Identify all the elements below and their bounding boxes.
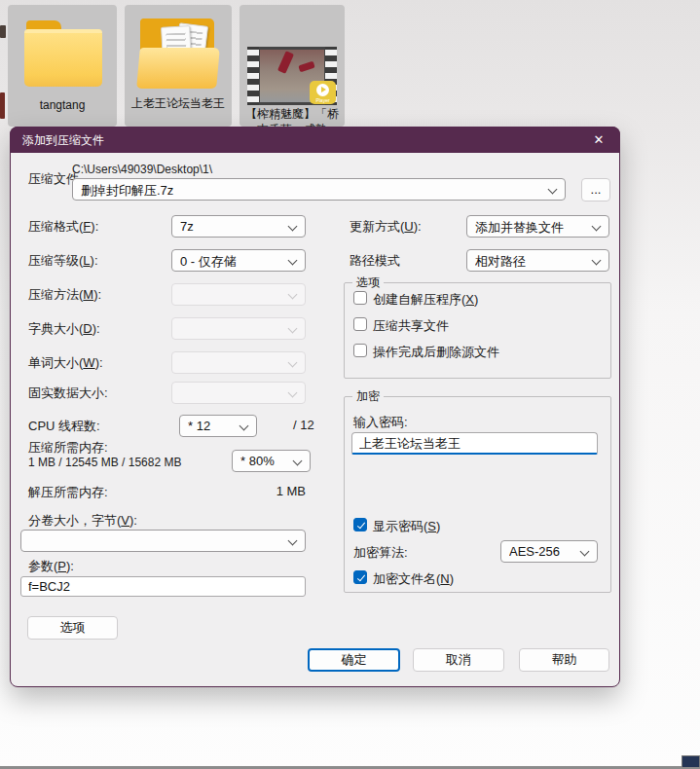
partial-icon	[0, 25, 6, 38]
checkbox-encrypt-filenames[interactable]	[353, 570, 367, 584]
parameters-input[interactable]: f=BCJ2	[20, 576, 306, 597]
cpu-threads-combobox[interactable]: * 12	[179, 415, 257, 437]
check-icon	[356, 520, 364, 529]
password-label: 输入密码:	[353, 414, 408, 431]
options-button[interactable]: 选项	[27, 616, 118, 640]
play-badge-icon: Player	[310, 81, 336, 104]
checkbox-create-sfx-label[interactable]: 创建自解压程序(X)	[373, 291, 478, 309]
desktop-icon-folder-laowang[interactable]: 上老王论坛当老王	[125, 5, 232, 127]
checkbox-show-password-label[interactable]: 显示密码(S)	[373, 518, 440, 535]
checkbox-delete-after-label[interactable]: 操作完成后删除源文件	[373, 344, 499, 361]
ok-button[interactable]: 确定	[308, 648, 400, 672]
taskbar-corner-widget	[682, 755, 700, 767]
partial-icon	[0, 92, 5, 119]
word-label: 单词大小(W):	[28, 354, 103, 372]
checkbox-show-password[interactable]	[353, 518, 367, 531]
dialog-titlebar[interactable]: 添加到压缩文件 ✕	[10, 127, 620, 153]
chevron-down-icon	[288, 256, 298, 266]
chevron-down-icon	[288, 358, 298, 368]
chevron-down-icon	[288, 222, 298, 232]
chevron-down-icon	[288, 536, 298, 546]
encryption-group-title: 加密	[352, 388, 384, 405]
solid-label: 固实数据大小:	[28, 384, 108, 402]
check-icon	[356, 572, 364, 581]
chevron-down-icon	[592, 256, 602, 266]
cancel-button[interactable]: 取消	[413, 648, 504, 672]
chevron-down-icon	[288, 388, 298, 398]
cpu-threads-label: CPU 线程数:	[28, 418, 100, 435]
play-icon	[321, 87, 326, 92]
chevron-down-icon	[592, 222, 602, 232]
solid-combobox	[171, 382, 306, 404]
checkbox-encrypt-filenames-label[interactable]: 加密文件名(N)	[373, 570, 454, 588]
dictionary-label: 字典大小(D):	[28, 320, 100, 338]
archive-path: C:\Users\49039\Desktop\1\	[72, 163, 212, 176]
desktop-icon-label: tangtang	[11, 98, 114, 114]
close-icon[interactable]: ✕	[577, 127, 620, 153]
memory-percent-combobox[interactable]: * 80%	[232, 450, 311, 472]
memory-compress-detail: 1 MB / 12545 MB / 15682 MB	[28, 456, 181, 469]
desktop-icon-video[interactable]: Player 【榨精魅魔】「桥本香菜」成熟	[239, 5, 345, 127]
method-label: 压缩方法(M):	[28, 286, 101, 304]
path-mode-combobox[interactable]: 相对路径	[466, 249, 609, 272]
checkbox-create-sfx[interactable]	[353, 291, 367, 305]
dialog-title: 添加到压缩文件	[22, 132, 104, 149]
format-combobox[interactable]: 7z	[171, 215, 306, 238]
memory-compress-label: 压缩所需内存:	[28, 439, 108, 457]
volume-combobox[interactable]	[20, 530, 306, 552]
word-combobox	[171, 351, 306, 374]
browse-button[interactable]: ...	[581, 178, 610, 201]
encryption-method-label: 加密算法:	[353, 544, 408, 562]
chevron-down-icon	[580, 547, 590, 557]
video-thumbnail-icon: Player	[247, 47, 337, 105]
chevron-down-icon	[288, 324, 298, 334]
add-to-archive-dialog: 添加到压缩文件 ✕ 压缩文件 C:\Users\49039\Desktop\1\…	[10, 127, 620, 687]
options-group-title: 选项	[352, 275, 384, 291]
method-combobox	[171, 283, 306, 306]
desktop-icon-label: 上老王论坛当老王	[128, 96, 229, 112]
chevron-down-icon	[288, 290, 298, 300]
cpu-threads-total: / 12	[293, 418, 314, 432]
checkbox-shared-files[interactable]	[353, 317, 367, 331]
desktop-screen: tangtang 上老王论坛当老王 Player 【榨精魅魔】「桥本香菜」成熟	[0, 0, 700, 769]
password-input[interactable]: 上老王论坛当老王	[351, 432, 598, 455]
dictionary-combobox	[171, 317, 306, 340]
help-button[interactable]: 帮助	[519, 648, 609, 672]
checkbox-delete-after[interactable]	[353, 344, 367, 357]
folder-icon	[24, 20, 102, 87]
level-label: 压缩等级(L):	[28, 252, 98, 270]
level-combobox[interactable]: 0 - 仅存储	[171, 249, 306, 272]
checkbox-shared-files-label[interactable]: 压缩共享文件	[373, 317, 449, 335]
archive-name-combobox[interactable]: 删掉封印解压.7z	[72, 178, 566, 201]
path-mode-label: 路径模式	[350, 252, 400, 270]
folder-open-icon	[138, 18, 218, 89]
chevron-down-icon	[239, 421, 249, 431]
chevron-down-icon	[548, 185, 558, 195]
parameters-label: 参数(P):	[28, 558, 74, 575]
encryption-method-combobox[interactable]: AES-256	[500, 540, 598, 563]
chevron-down-icon	[293, 457, 303, 466]
volume-label: 分卷大小，字节(V):	[28, 512, 137, 530]
memory-decompress-value: 1 MB	[233, 484, 306, 498]
format-label: 压缩格式(F):	[28, 218, 98, 236]
update-mode-label: 更新方式(U):	[350, 218, 422, 236]
memory-decompress-label: 解压所需内存:	[28, 484, 108, 501]
desktop-icon-tangtang[interactable]: tangtang	[8, 5, 117, 127]
update-mode-combobox[interactable]: 添加并替换文件	[466, 215, 609, 238]
